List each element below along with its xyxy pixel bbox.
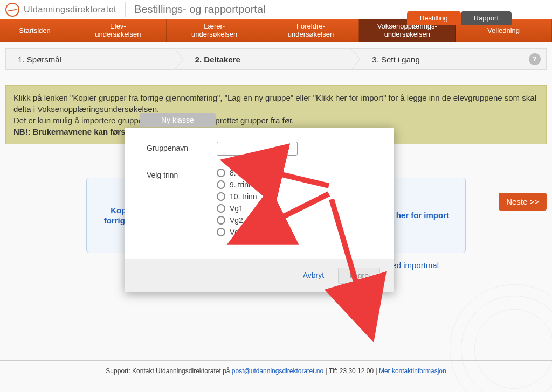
logo-icon	[5, 3, 19, 17]
footer-more-link[interactable]: Mer kontaktinformasjon	[379, 367, 446, 375]
radio-vg3[interactable]: Vg3	[217, 228, 257, 236]
wizard-step-3[interactable]: 3. Sett i gang	[360, 55, 529, 64]
footer-phone: 23 30 12 00	[340, 367, 374, 375]
logo: Utdanningsdirektoratet	[5, 3, 116, 17]
group-name-label: Gruppenavn	[147, 142, 217, 152]
trinn-label: Velg trinn	[147, 169, 217, 179]
radio-9-trinn[interactable]: 9. trinn	[217, 180, 257, 189]
radio-vg2[interactable]: Vg2	[217, 216, 257, 225]
radio-icon	[217, 204, 225, 213]
tab-rapport[interactable]: Rapport	[461, 11, 512, 25]
mode-tabs: Bestilling Rapport	[407, 11, 512, 25]
help-icon[interactable]: ?	[529, 53, 541, 65]
tab-bestilling[interactable]: Bestilling	[407, 11, 461, 25]
group-name-input[interactable]	[217, 142, 298, 156]
radio-icon	[217, 180, 225, 189]
nav-foreldre[interactable]: Foreldre- undersøkelsen	[263, 19, 360, 42]
footer-email-link[interactable]: post@utdanningsdirektoratet.no	[232, 367, 323, 375]
cancel-button[interactable]: Avbryt	[301, 268, 326, 284]
radio-icon	[217, 169, 225, 177]
footer-prefix: Support: Kontakt Utdanningsdirektoratet …	[106, 367, 231, 375]
next-button[interactable]: Neste >>	[499, 193, 547, 211]
radio-icon	[217, 216, 225, 225]
info-line-2: Det er kun mulig å importere grupper hvi…	[13, 115, 539, 126]
wizard-step-2[interactable]: 2. Deltakere	[183, 55, 352, 64]
chevron-right-icon	[175, 48, 183, 70]
nav-startsiden[interactable]: Startsiden	[0, 19, 70, 42]
divider	[125, 2, 126, 17]
new-class-modal: Ny klasse Gruppenavn Velg trinn 8. trinn…	[125, 128, 394, 292]
chevron-right-icon	[351, 48, 360, 70]
wizard-step-1[interactable]: 1. Spørsmål	[6, 55, 175, 64]
nav-elev[interactable]: Elev- undersøkelsen	[70, 19, 167, 42]
trinn-radio-group: 8. trinn 9. trinn 10. trinn Vg1 Vg2 Vg3	[217, 169, 257, 236]
nav-laerer[interactable]: Lærer- undersøkelsen	[167, 19, 263, 42]
decorative-swirl	[450, 284, 552, 392]
radio-icon	[217, 228, 225, 236]
save-button[interactable]: Lagre	[338, 268, 380, 284]
modal-title: Ny klasse	[140, 113, 216, 127]
org-name: Utdanningsdirektoratet	[24, 5, 116, 15]
portal-title: Bestillings- og rapportportal	[134, 3, 265, 16]
radio-icon	[217, 192, 225, 201]
radio-10-trinn[interactable]: 10. trinn	[217, 192, 257, 201]
footer: Support: Kontakt Utdanningsdirektoratet …	[0, 360, 552, 375]
footer-phone-prefix: | Tlf:	[325, 367, 339, 375]
radio-8-trinn[interactable]: 8. trinn	[217, 169, 257, 177]
info-line-1: Klikk på lenken "Kopier grupper fra forr…	[13, 92, 539, 115]
radio-vg1[interactable]: Vg1	[217, 204, 257, 213]
wizard-steps: 1. Spørsmål 2. Deltakere 3. Sett i gang …	[5, 48, 547, 70]
